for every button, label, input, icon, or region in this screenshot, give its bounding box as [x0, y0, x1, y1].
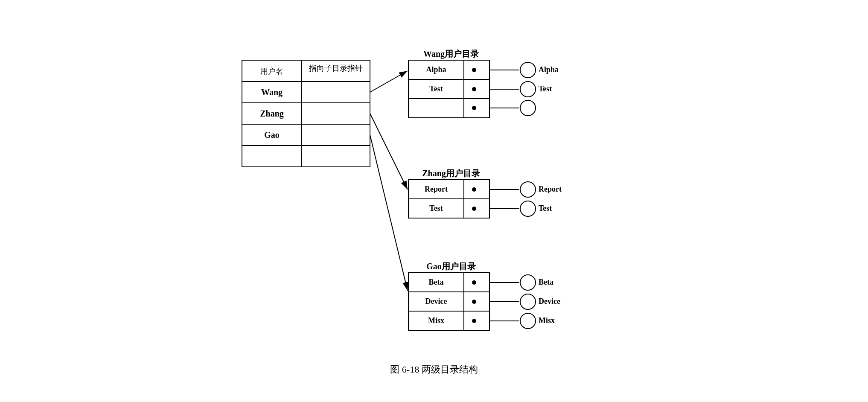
svg-point-34: [520, 201, 536, 216]
svg-rect-5: [302, 103, 370, 124]
svg-point-15: [472, 87, 476, 91]
svg-rect-11: [464, 60, 489, 79]
wang-dir-title: Wang用户目录: [423, 49, 479, 59]
caption: 图 6-18 两级目录结构: [390, 363, 478, 376]
wang-entry-test: Test: [429, 84, 443, 93]
svg-point-43: [472, 319, 476, 323]
gao-file-beta: Beta: [539, 278, 553, 286]
svg-rect-17: [464, 99, 489, 118]
gao-file-misx: Misx: [539, 316, 555, 325]
wang-file-alpha: Alpha: [539, 65, 559, 74]
gao-entry-beta: Beta: [429, 278, 444, 286]
svg-rect-3: [302, 82, 370, 103]
row-gao-label: Gao: [264, 130, 280, 140]
svg-rect-16: [408, 99, 464, 118]
diagram-container: 用户名 指向子目录指针 Wang Zhang Gao Wang用户目录 Alph…: [229, 26, 639, 376]
svg-rect-36: [464, 273, 489, 292]
svg-rect-39: [464, 292, 489, 311]
svg-point-40: [472, 300, 476, 304]
wang-entry-alpha: Alpha: [426, 65, 446, 74]
svg-point-22: [520, 82, 536, 97]
svg-point-30: [472, 207, 476, 211]
svg-point-47: [520, 294, 536, 309]
svg-rect-9: [302, 146, 370, 167]
svg-line-51: [370, 71, 408, 92]
svg-point-45: [520, 275, 536, 290]
svg-rect-7: [302, 124, 370, 146]
svg-line-53: [370, 135, 408, 291]
wang-file-test: Test: [539, 84, 552, 93]
row-wang-label: Wang: [261, 87, 283, 97]
gao-dir-title: Gao用户目录: [426, 262, 476, 271]
svg-point-18: [472, 106, 476, 110]
svg-rect-26: [464, 180, 489, 199]
row-zhang-label: Zhang: [260, 109, 284, 119]
svg-rect-29: [464, 199, 489, 218]
root-header-username: 用户名: [260, 67, 283, 76]
zhang-file-report: Report: [539, 185, 562, 193]
gao-entry-device: Device: [425, 297, 447, 306]
svg-point-49: [520, 313, 536, 329]
svg-line-52: [370, 114, 408, 189]
root-header-pointer: 指向子目录指针: [309, 64, 363, 73]
svg-point-12: [472, 68, 476, 72]
zhang-entry-test: Test: [429, 204, 443, 213]
svg-point-20: [520, 62, 536, 78]
svg-point-37: [472, 280, 476, 285]
svg-point-27: [472, 187, 476, 192]
svg-rect-14: [464, 79, 489, 99]
svg-rect-8: [242, 146, 302, 167]
diagram-svg: 用户名 指向子目录指针 Wang Zhang Gao Wang用户目录 Alph…: [229, 26, 639, 376]
gao-file-device: Device: [539, 297, 560, 306]
zhang-file-test: Test: [539, 204, 552, 213]
svg-rect-42: [464, 311, 489, 330]
zhang-dir-title: Zhang用户目录: [422, 169, 481, 178]
gao-entry-misx: Misx: [428, 316, 444, 325]
zhang-entry-report: Report: [425, 185, 448, 193]
svg-point-32: [520, 182, 536, 197]
svg-point-24: [520, 100, 536, 116]
